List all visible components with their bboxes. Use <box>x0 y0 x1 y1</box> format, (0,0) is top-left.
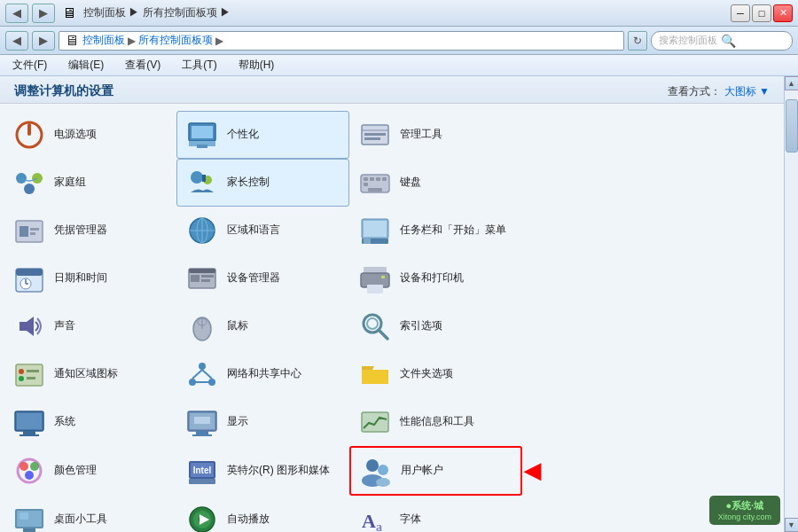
refresh-button[interactable]: ↻ <box>628 31 647 51</box>
item-homegroup[interactable]: 家庭组 <box>4 159 176 207</box>
scrollbar[interactable]: ▲ ▼ <box>784 76 798 532</box>
color-label: 颜色管理 <box>54 464 97 478</box>
devprint-label: 设备和打印机 <box>400 271 464 286</box>
svg-rect-94 <box>20 512 28 520</box>
autoplay-label: 自动播放 <box>227 512 270 527</box>
item-autoplay[interactable]: 自动播放 <box>176 496 349 532</box>
svg-rect-67 <box>362 370 388 384</box>
menu-view[interactable]: 查看(V) <box>121 56 164 74</box>
watermark: ●系统·城 Xitong city.com <box>709 496 780 525</box>
close-button[interactable]: ✕ <box>773 4 793 22</box>
manage-label: 管理工具 <box>400 128 442 142</box>
icons-grid: 电源选项 个性化 <box>0 104 784 532</box>
view-mode-selector[interactable]: 查看方式： 大图标 ▼ <box>668 84 770 99</box>
svg-text:A: A <box>362 510 376 532</box>
item-power[interactable]: 电源选项 <box>4 111 176 159</box>
item-personalize[interactable]: 个性化 <box>176 111 349 159</box>
item-parental[interactable]: 家长控制 <box>176 159 349 207</box>
item-devprint[interactable]: 设备和打印机 <box>349 254 522 302</box>
icons-row-7: 系统 显示 <box>4 398 780 446</box>
mouse-icon <box>184 309 220 344</box>
network-label: 网络和共享中心 <box>227 367 301 381</box>
item-desktop[interactable]: 桌面小工具 <box>4 496 176 532</box>
scrollbar-track[interactable] <box>785 90 798 518</box>
search-icon: 🔍 <box>721 34 736 48</box>
item-devmgr[interactable]: 设备管理器 <box>176 254 349 302</box>
forward-button[interactable]: ▶ <box>32 4 55 23</box>
minimize-button[interactable]: ─ <box>731 4 750 22</box>
taskbar-label: 任务栏和「开始」菜单 <box>400 223 506 238</box>
menu-file[interactable]: 文件(F) <box>9 56 51 74</box>
font-icon: A a <box>357 502 393 532</box>
svg-point-58 <box>19 376 24 381</box>
search-box[interactable]: 搜索控制面板 🔍 <box>651 31 793 51</box>
item-intel[interactable]: Intel 英特尔(R) 图形和媒体 <box>176 446 349 496</box>
svg-point-53 <box>367 318 378 329</box>
scroll-down-button[interactable]: ▼ <box>785 518 799 532</box>
svg-rect-70 <box>23 431 35 434</box>
scroll-up-button[interactable]: ▲ <box>785 76 799 90</box>
mouse-label: 鼠标 <box>227 319 248 333</box>
address-field[interactable]: 🖥 控制面板 ▶ 所有控制面板项 ▶ <box>59 31 624 51</box>
svg-point-88 <box>378 465 388 475</box>
user-label: 用户帐户 <box>401 464 443 478</box>
region-label: 区域和语言 <box>227 223 280 238</box>
svg-point-79 <box>20 462 28 471</box>
back-button[interactable]: ◀ <box>5 4 28 23</box>
personalize-icon <box>184 117 220 153</box>
item-network[interactable]: 网络和共享中心 <box>176 350 349 398</box>
address-back-button[interactable]: ◀ <box>5 31 28 51</box>
item-folder[interactable]: 文件夹选项 <box>349 350 522 398</box>
keyboard-label: 键盘 <box>400 176 421 190</box>
perf-icon <box>357 404 393 440</box>
svg-text:a: a <box>376 520 382 532</box>
item-display[interactable]: 显示 <box>176 398 349 446</box>
svg-rect-55 <box>16 364 43 386</box>
maximize-button[interactable]: □ <box>752 4 771 22</box>
breadcrumb-part1: 控制面板 <box>82 33 125 48</box>
item-taskbar[interactable]: 任务栏和「开始」菜单 <box>349 207 522 254</box>
svg-rect-9 <box>364 137 380 140</box>
item-system[interactable]: 系统 <box>4 398 176 446</box>
item-keyboard[interactable]: 键盘 <box>349 159 522 207</box>
credential-icon <box>12 213 47 248</box>
address-icon: 🖥 <box>65 33 79 49</box>
item-font[interactable]: A a 字体 <box>349 496 522 532</box>
item-color[interactable]: 颜色管理 <box>4 446 176 496</box>
address-forward-button[interactable]: ▶ <box>32 31 55 51</box>
svg-text:Intel: Intel <box>193 466 212 475</box>
item-datetime[interactable]: 日期和时间 <box>4 254 176 302</box>
item-credential[interactable]: 凭据管理器 <box>4 207 176 254</box>
icons-row-9: 桌面小工具 自动播放 <box>4 496 780 532</box>
keyboard-icon <box>357 165 393 200</box>
credential-label: 凭据管理器 <box>54 223 107 238</box>
menu-tools[interactable]: 工具(T) <box>178 56 220 74</box>
notify-label: 通知区域图标 <box>54 367 118 381</box>
menu-help[interactable]: 帮助(H) <box>235 56 278 74</box>
menu-edit[interactable]: 编辑(E) <box>65 56 107 74</box>
item-sound[interactable]: 声音 <box>4 302 176 350</box>
item-perf[interactable]: 性能信息和工具 <box>349 398 522 446</box>
svg-rect-17 <box>370 177 374 181</box>
svg-rect-75 <box>192 434 212 436</box>
view-mode-label: 查看方式： <box>668 84 721 99</box>
item-search[interactable]: 索引选项 <box>349 302 522 350</box>
item-region[interactable]: 区域和语言 <box>176 207 349 254</box>
homegroup-icon <box>12 165 47 200</box>
sound-icon <box>12 309 47 344</box>
svg-rect-85 <box>189 479 215 484</box>
item-notify[interactable]: 通知区域图标 <box>4 350 176 398</box>
svg-rect-60 <box>27 377 35 379</box>
search-icon <box>357 309 393 344</box>
svg-rect-47 <box>381 276 385 278</box>
svg-rect-77 <box>362 412 388 432</box>
svg-rect-21 <box>368 188 382 192</box>
svg-rect-92 <box>23 528 35 532</box>
scrollbar-thumb[interactable] <box>786 99 798 153</box>
view-mode-value[interactable]: 大图标 ▼ <box>724 84 770 99</box>
item-user[interactable]: 用户帐户 <box>349 446 522 496</box>
taskbar-icon <box>357 213 393 248</box>
item-mouse[interactable]: 鼠标 <box>176 302 349 350</box>
item-manage[interactable]: 管理工具 <box>349 111 522 159</box>
svg-point-81 <box>25 471 34 480</box>
